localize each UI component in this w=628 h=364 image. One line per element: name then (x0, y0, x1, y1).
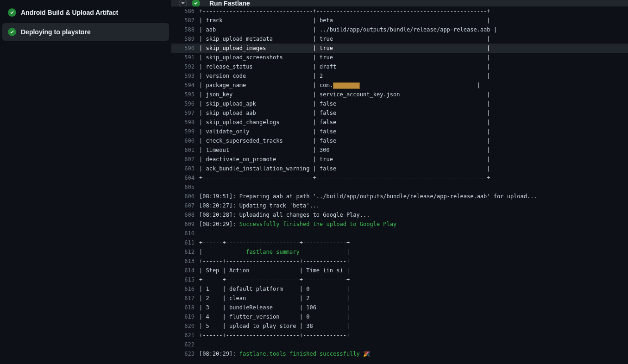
line-content: +------+----------------------+---------… (199, 257, 628, 266)
log-line: 613+------+----------------------+------… (171, 257, 628, 266)
main-panel: Run Fastlane 586+-----------------------… (171, 0, 628, 364)
line-number: 610 (171, 229, 199, 238)
line-content: | Step | Action | Time (in s) | (199, 266, 628, 275)
line-number: 622 (171, 340, 199, 349)
line-number: 594 (171, 81, 199, 90)
line-content: [08:20:28]: Uploading all changes to Goo… (199, 210, 628, 220)
log-line: 600| check_superseded_tracks | false | (171, 136, 628, 145)
line-content: | skip_upload_images | true | (199, 44, 628, 53)
line-number: 615 (171, 275, 199, 284)
check-success-icon (8, 28, 16, 36)
line-number: 606 (171, 192, 199, 201)
line-number: 618 (171, 303, 199, 312)
log-line: 606[08:19:51]: Preparing aab at path '..… (171, 192, 628, 201)
line-content: [08:20:29]: fastlane.tools finished succ… (199, 349, 628, 358)
sidebar-item-0[interactable]: Android Build & Upload Artifact (2, 4, 169, 21)
log-line: 612| fastlane summary | (171, 247, 628, 257)
line-number: 600 (171, 136, 199, 145)
log-line: 605 (171, 182, 628, 192)
line-content: | deactivate_on_promote | true | (199, 155, 628, 164)
line-number: 593 (171, 71, 199, 81)
log-line: 618| 3 | bundleRelease | 106 | (171, 303, 628, 312)
log-line: 623[08:20:29]: fastlane.tools finished s… (171, 349, 628, 358)
line-content: [08:20:27]: Updating track 'beta'... (199, 201, 628, 210)
line-content: +------+----------------------+---------… (199, 238, 628, 247)
line-content: [08:19:51]: Preparing aab at path '../bu… (199, 192, 628, 201)
line-content: | track | beta | (199, 16, 628, 25)
log-line: 595| json_key | service_account_key.json… (171, 90, 628, 99)
line-number: 604 (171, 173, 199, 182)
line-content: | 1 | default_platform | 0 | (199, 284, 628, 294)
line-number: 588 (171, 25, 199, 34)
step-title: Run Fastlane (209, 0, 250, 6)
line-number: 590 (171, 44, 199, 53)
log-line: 598| skip_upload_changelogs | false | (171, 118, 628, 127)
line-content: | skip_upload_apk | false | (199, 99, 628, 108)
log-line: 622 (171, 340, 628, 349)
line-number: 608 (171, 210, 199, 220)
log-line: 586+---------------------------------+--… (171, 6, 628, 16)
log-line: 615+------+----------------------+------… (171, 275, 628, 284)
log-line: 597| skip_upload_aab | false | (171, 108, 628, 118)
line-number: 617 (171, 294, 199, 303)
log-line: 609[08:20:29]: Successfully finished the… (171, 220, 628, 229)
line-number: 597 (171, 108, 199, 118)
log-line: 610 (171, 229, 628, 238)
line-content (199, 229, 628, 238)
log-line: 589| skip_upload_metadata | true | (171, 34, 628, 44)
line-content: +------+----------------------+---------… (199, 275, 628, 284)
log-area[interactable]: 586+---------------------------------+--… (171, 6, 628, 364)
line-number: 599 (171, 127, 199, 136)
log-line: 604+---------------------------------+--… (171, 173, 628, 182)
log-line: 599| validate_only | false | (171, 127, 628, 136)
log-line: 587| track | beta | (171, 16, 628, 25)
line-number: 591 (171, 53, 199, 62)
log-line: 608[08:20:28]: Uploading all changes to … (171, 210, 628, 220)
line-number: 613 (171, 257, 199, 266)
line-number: 602 (171, 155, 199, 164)
log-line: 607[08:20:27]: Updating track 'beta'... (171, 201, 628, 210)
log-line: 614| Step | Action | Time (in s) | (171, 266, 628, 275)
line-number: 612 (171, 247, 199, 257)
line-content: | skip_upload_aab | false | (199, 108, 628, 118)
chevron-down-icon[interactable] (179, 0, 187, 6)
line-content: [08:20:29]: Successfully finished the up… (199, 220, 628, 229)
line-content: +---------------------------------+-----… (199, 6, 628, 16)
line-content (199, 340, 628, 349)
log-line: 593| version_code | 2 | (171, 71, 628, 81)
log-line: 621+------+----------------------+------… (171, 331, 628, 340)
line-number: 589 (171, 34, 199, 44)
log-line: 592| release_status | draft | (171, 62, 628, 71)
line-content: | validate_only | false | (199, 127, 628, 136)
line-number: 619 (171, 312, 199, 321)
line-content: | package_name | com.████████ | (199, 81, 628, 90)
line-content: | version_code | 2 | (199, 71, 628, 81)
log-line: 620| 5 | upload_to_play_store | 38 | (171, 321, 628, 331)
log-line: 594| package_name | com.████████ | (171, 81, 628, 90)
line-content: +------+----------------------+---------… (199, 331, 628, 340)
line-number: 587 (171, 16, 199, 25)
line-number: 623 (171, 349, 199, 358)
log-line: 601| timeout | 300 | (171, 145, 628, 155)
line-content: | fastlane summary | (199, 247, 628, 257)
line-number: 620 (171, 321, 199, 331)
line-number: 614 (171, 266, 199, 275)
line-content: | release_status | draft | (199, 62, 628, 71)
line-number: 621 (171, 331, 199, 340)
line-content: | json_key | service_account_key.json | (199, 90, 628, 99)
step-header[interactable]: Run Fastlane (171, 0, 628, 6)
log-line: 591| skip_upload_screenshots | true | (171, 53, 628, 62)
log-line: 611+------+----------------------+------… (171, 238, 628, 247)
line-number: 586 (171, 6, 199, 16)
line-number: 596 (171, 99, 199, 108)
line-content: | skip_upload_screenshots | true | (199, 53, 628, 62)
line-number: 595 (171, 90, 199, 99)
sidebar-item-1[interactable]: Deploying to playstore (2, 23, 169, 41)
line-content: | 4 | flutter_version | 0 | (199, 312, 628, 321)
sidebar: Android Build & Upload ArtifactDeploying… (0, 0, 171, 364)
sidebar-item-label: Android Build & Upload Artifact (21, 9, 118, 16)
line-content: +---------------------------------+-----… (199, 173, 628, 182)
sidebar-item-label: Deploying to playstore (21, 28, 91, 36)
log-line: 616| 1 | default_platform | 0 | (171, 284, 628, 294)
check-success-icon (192, 0, 200, 6)
